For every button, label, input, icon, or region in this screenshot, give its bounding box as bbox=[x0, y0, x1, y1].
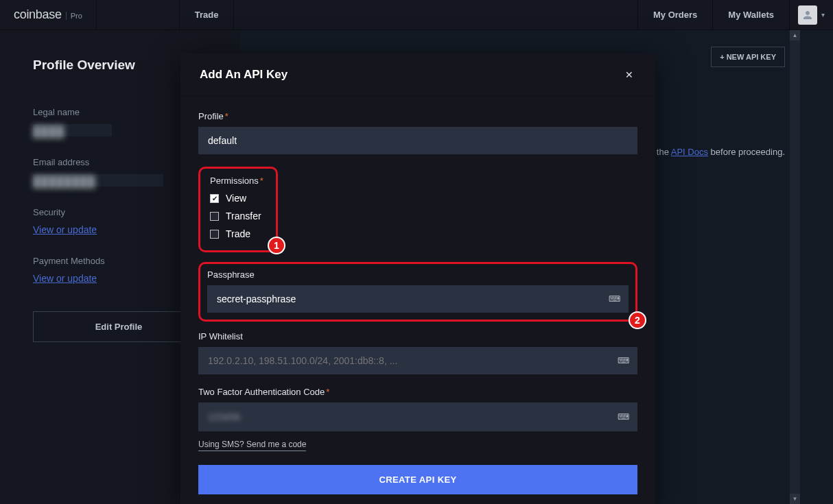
tfa-value: 123456 bbox=[208, 411, 240, 422]
permission-transfer-checkbox[interactable]: Transfer bbox=[210, 211, 266, 221]
brand-main: coinbase bbox=[14, 8, 62, 22]
checkbox-unchecked-icon bbox=[210, 212, 219, 221]
legal-name-value: ████ bbox=[33, 124, 112, 136]
send-sms-code-link[interactable]: Using SMS? Send me a code bbox=[198, 440, 306, 451]
modal-header: Add An API Key ✕ bbox=[180, 53, 655, 96]
profile-select[interactable] bbox=[198, 127, 637, 154]
scroll-up-icon[interactable]: ▲ bbox=[790, 30, 800, 40]
scroll-down-icon[interactable]: ▼ bbox=[790, 494, 800, 504]
add-api-key-modal: Add An API Key ✕ Profile* Permissions* ✔… bbox=[180, 53, 655, 504]
passphrase-label: Passphrase bbox=[207, 269, 629, 280]
nav-my-wallets[interactable]: My Wallets bbox=[713, 0, 789, 30]
profile-label: Profile* bbox=[198, 111, 637, 121]
close-icon[interactable]: ✕ bbox=[622, 67, 636, 83]
tfa-label: Two Factor Authentication Code* bbox=[198, 387, 637, 397]
email-value: ████████ bbox=[33, 174, 163, 187]
docs-hint: Read the API Docs before proceeding. bbox=[633, 147, 785, 157]
avatar-icon bbox=[798, 5, 817, 25]
vertical-scrollbar[interactable]: ▲ ▼ bbox=[790, 30, 800, 504]
tfa-section: Two Factor Authentication Code* 123456 ⌨ bbox=[198, 387, 637, 431]
new-api-key-button[interactable]: + NEW API KEY bbox=[711, 47, 785, 67]
annotation-2-badge: 2 bbox=[629, 311, 646, 329]
tfa-input[interactable]: 123456 ⌨ bbox=[198, 403, 637, 431]
nav-my-orders[interactable]: My Orders bbox=[638, 0, 712, 30]
top-bar: coinbase Pro Trade My Orders My Wallets … bbox=[0, 0, 833, 30]
permission-trade-checkbox[interactable]: Trade bbox=[210, 228, 266, 239]
checkbox-unchecked-icon bbox=[210, 230, 219, 239]
modal-title: Add An API Key bbox=[200, 68, 288, 82]
checkbox-checked-icon: ✔ bbox=[210, 194, 219, 203]
permission-trade-label: Trade bbox=[226, 228, 250, 239]
permission-transfer-label: Transfer bbox=[226, 211, 261, 221]
docs-hint-suffix: before proceeding. bbox=[708, 147, 785, 157]
user-menu[interactable]: ▾ bbox=[790, 5, 833, 25]
passphrase-input[interactable] bbox=[207, 285, 629, 313]
divider bbox=[233, 0, 234, 30]
brand-sub: Pro bbox=[66, 12, 82, 20]
ip-whitelist-section: IP Whitelist ⌨ bbox=[198, 331, 637, 374]
passphrase-section: Passphrase ⌨ 2 bbox=[198, 262, 637, 322]
keyboard-icon: ⌨ bbox=[618, 412, 629, 422]
permissions-label: Permissions* bbox=[210, 176, 266, 186]
divider bbox=[96, 0, 97, 30]
permission-view-checkbox[interactable]: ✔ View bbox=[210, 193, 266, 204]
annotation-1-badge: 1 bbox=[268, 237, 285, 254]
permission-view-label: View bbox=[226, 193, 246, 204]
edit-profile-button[interactable]: Edit Profile bbox=[33, 311, 204, 342]
nav-trade[interactable]: Trade bbox=[180, 0, 234, 30]
ip-whitelist-label: IP Whitelist bbox=[198, 331, 637, 341]
api-docs-link[interactable]: API Docs bbox=[671, 147, 708, 157]
profile-section: Profile* bbox=[198, 111, 637, 154]
ip-whitelist-input[interactable] bbox=[198, 347, 637, 374]
chevron-down-icon: ▾ bbox=[821, 11, 825, 19]
create-api-key-button[interactable]: CREATE API KEY bbox=[198, 465, 637, 494]
brand-logo[interactable]: coinbase Pro bbox=[0, 8, 96, 22]
permissions-section: Permissions* ✔ View Transfer Trade 1 bbox=[198, 167, 278, 252]
